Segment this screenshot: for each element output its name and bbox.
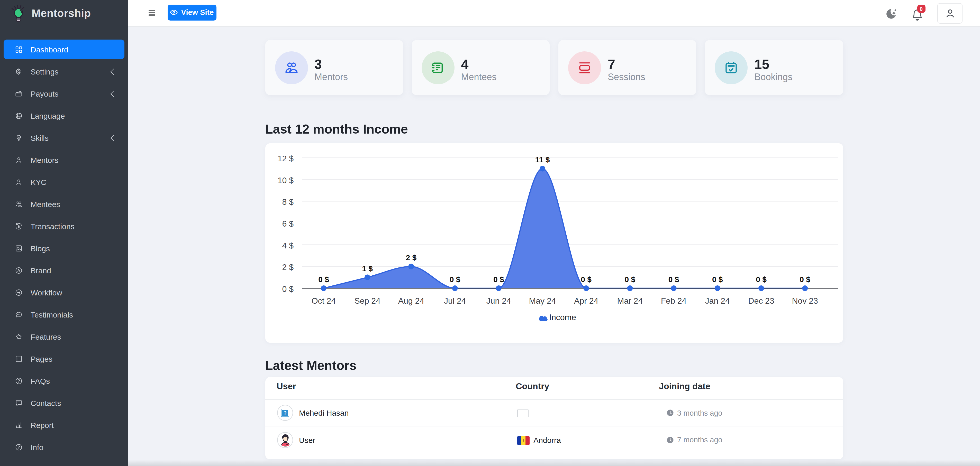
svg-text:Jan 24: Jan 24: [705, 296, 730, 305]
svg-text:Dec 23: Dec 23: [748, 296, 774, 305]
svg-text:Jul 24: Jul 24: [444, 296, 466, 305]
svg-text:0 $: 0 $: [318, 275, 329, 283]
svg-text:Aug 24: Aug 24: [398, 296, 424, 305]
svg-text:0 $: 0 $: [493, 275, 504, 283]
svg-text:0 $: 0 $: [799, 275, 810, 283]
svg-text:Nov 23: Nov 23: [792, 296, 818, 305]
svg-text:6 $: 6 $: [282, 219, 294, 228]
svg-text:2 $: 2 $: [406, 253, 417, 262]
svg-text:Mar 24: Mar 24: [617, 296, 643, 305]
svg-text:Feb 24: Feb 24: [661, 296, 686, 305]
svg-text:0 $: 0 $: [282, 284, 294, 293]
svg-text:0 $: 0 $: [449, 275, 460, 283]
svg-text:Sep 24: Sep 24: [354, 296, 380, 305]
svg-text:Apr 24: Apr 24: [574, 296, 598, 305]
svg-text:?: ?: [283, 410, 286, 416]
svg-text:0 $: 0 $: [581, 275, 591, 283]
svg-text:2 $: 2 $: [282, 262, 294, 271]
svg-text:Oct 24: Oct 24: [311, 296, 336, 305]
svg-text:Jun 24: Jun 24: [486, 296, 511, 305]
svg-text:8 $: 8 $: [282, 197, 294, 206]
svg-text:May 24: May 24: [529, 296, 556, 305]
svg-text:0 $: 0 $: [624, 275, 635, 283]
svg-text:11 $: 11 $: [535, 155, 550, 164]
svg-text:0 $: 0 $: [756, 275, 766, 283]
svg-text:4 $: 4 $: [282, 241, 294, 250]
svg-text:1 $: 1 $: [362, 264, 372, 273]
svg-text:10 $: 10 $: [277, 176, 293, 185]
svg-text:0 $: 0 $: [668, 275, 679, 283]
svg-text:0 $: 0 $: [712, 275, 723, 283]
svg-text:Income: Income: [549, 312, 576, 322]
svg-text:12 $: 12 $: [277, 154, 293, 163]
